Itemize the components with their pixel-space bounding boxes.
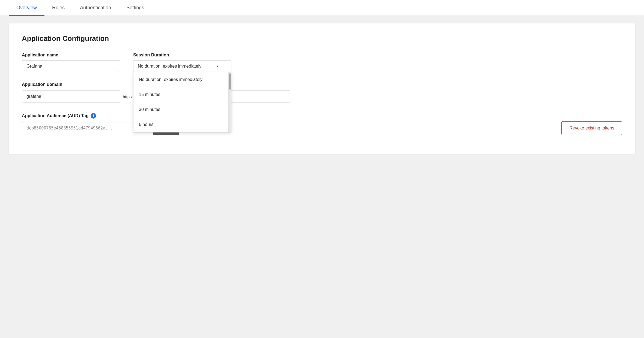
- session-duration-value: No duration, expires immediately: [138, 64, 201, 69]
- dropdown-options-list: No duration, expires immediately 15 minu…: [133, 72, 228, 132]
- dropdown-option-0[interactable]: No duration, expires immediately: [133, 72, 228, 87]
- page-wrapper: Overview Rules Authentication Settings A…: [0, 0, 644, 338]
- tab-settings[interactable]: Settings: [119, 0, 152, 16]
- form-section-top: Application name Session Duration No dur…: [22, 53, 622, 72]
- domain-inputs-row: https:// ▼ /: [22, 90, 622, 103]
- session-duration-select-wrapper: No duration, expires immediately ▲ No du…: [133, 60, 231, 72]
- main-content: Application Configuration Application na…: [0, 16, 644, 162]
- config-card: Application Configuration Application na…: [9, 23, 635, 154]
- app-name-input[interactable]: [22, 60, 120, 72]
- tab-authentication[interactable]: Authentication: [72, 0, 119, 16]
- app-name-group: Application name: [22, 53, 120, 72]
- app-domain-group: Application domain https:// ▼ /: [22, 82, 622, 103]
- chevron-up-icon: ▲: [216, 64, 219, 68]
- dropdown-option-1[interactable]: 15 minutes: [133, 87, 228, 102]
- dropdown-option-3[interactable]: 6 hours: [133, 117, 228, 132]
- aud-tag-section: Application Audience (AUD) Tag i Copy Re…: [22, 113, 622, 135]
- aud-label-row: Application Audience (AUD) Tag i: [22, 113, 622, 119]
- revoke-button[interactable]: Revoke existing tokens: [561, 121, 622, 135]
- scrollbar-thumb: [229, 73, 231, 90]
- dropdown-scrollbar: [228, 72, 231, 132]
- tabs-bar: Overview Rules Authentication Settings: [0, 0, 644, 16]
- session-duration-select[interactable]: No duration, expires immediately ▲: [133, 60, 231, 72]
- dropdown-option-2[interactable]: 30 minutes: [133, 102, 228, 117]
- session-duration-label: Session Duration: [133, 53, 231, 58]
- app-domain-input[interactable]: [22, 90, 120, 102]
- tab-overview[interactable]: Overview: [9, 0, 44, 16]
- card-title: Application Configuration: [22, 34, 622, 43]
- aud-tag-label: Application Audience (AUD) Tag: [22, 113, 88, 118]
- session-duration-group: Session Duration No duration, expires im…: [133, 53, 231, 72]
- info-icon[interactable]: i: [91, 113, 96, 119]
- aud-input-row: Copy Revoke existing tokens: [22, 121, 622, 135]
- app-domain-label: Application domain: [22, 82, 622, 87]
- tab-rules[interactable]: Rules: [44, 0, 72, 16]
- session-duration-dropdown: No duration, expires immediately 15 minu…: [133, 72, 231, 132]
- app-name-label: Application name: [22, 53, 120, 58]
